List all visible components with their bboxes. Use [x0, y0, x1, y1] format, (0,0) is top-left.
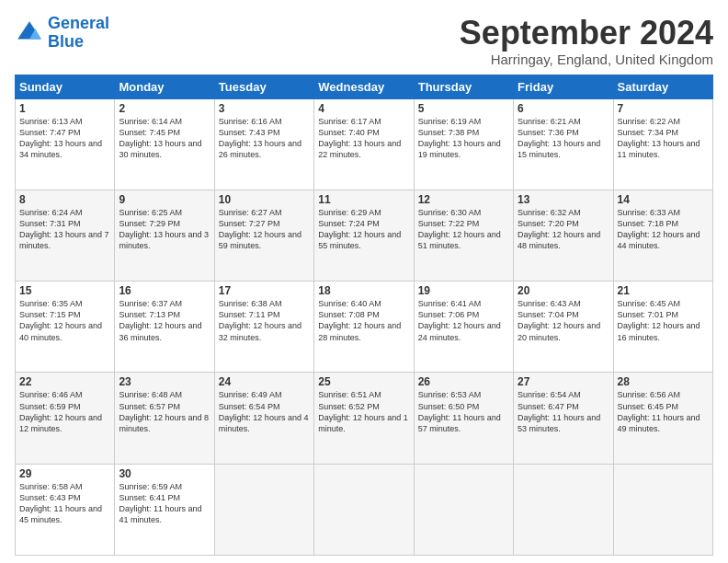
day-info: Sunrise: 6:38 AM Sunset: 7:11 PM Dayligh…: [219, 298, 310, 343]
day-number: 30: [119, 467, 210, 480]
day-number: 2: [119, 102, 210, 115]
day-number: 27: [518, 375, 609, 388]
table-row: 1Sunrise: 6:13 AM Sunset: 7:47 PM Daylig…: [16, 98, 115, 190]
header-saturday: Saturday: [613, 75, 712, 98]
table-row: 9Sunrise: 6:25 AM Sunset: 7:29 PM Daylig…: [115, 190, 214, 281]
day-number: 28: [618, 375, 709, 388]
table-row: 2Sunrise: 6:14 AM Sunset: 7:45 PM Daylig…: [115, 98, 214, 190]
day-info: Sunrise: 6:48 AM Sunset: 6:57 PM Dayligh…: [119, 389, 210, 434]
day-number: 29: [19, 467, 110, 480]
table-row: 19Sunrise: 6:41 AM Sunset: 7:06 PM Dayli…: [414, 282, 513, 373]
day-number: 20: [518, 284, 609, 297]
day-info: Sunrise: 6:58 AM Sunset: 6:43 PM Dayligh…: [19, 481, 110, 526]
day-info: Sunrise: 6:21 AM Sunset: 7:36 PM Dayligh…: [518, 116, 609, 161]
header-sunday: Sunday: [16, 75, 115, 98]
day-number: 24: [219, 375, 310, 388]
day-info: Sunrise: 6:56 AM Sunset: 6:45 PM Dayligh…: [618, 389, 709, 434]
table-row: 21Sunrise: 6:45 AM Sunset: 7:01 PM Dayli…: [613, 282, 712, 373]
calendar-week-row: 29Sunrise: 6:58 AM Sunset: 6:43 PM Dayli…: [16, 464, 713, 555]
header-thursday: Thursday: [414, 75, 513, 98]
day-info: Sunrise: 6:16 AM Sunset: 7:43 PM Dayligh…: [219, 116, 310, 161]
day-number: 13: [518, 193, 609, 206]
table-row: 26Sunrise: 6:53 AM Sunset: 6:50 PM Dayli…: [414, 373, 513, 464]
calendar: Sunday Monday Tuesday Wednesday Thursday…: [15, 75, 713, 556]
day-info: Sunrise: 6:13 AM Sunset: 7:47 PM Dayligh…: [19, 116, 110, 161]
table-row: 18Sunrise: 6:40 AM Sunset: 7:08 PM Dayli…: [314, 282, 414, 373]
logo-line1: General: [48, 14, 109, 32]
day-info: Sunrise: 6:46 AM Sunset: 6:59 PM Dayligh…: [19, 389, 110, 434]
header-wednesday: Wednesday: [314, 75, 414, 98]
table-row: 20Sunrise: 6:43 AM Sunset: 7:04 PM Dayli…: [514, 282, 613, 373]
table-row: 4Sunrise: 6:17 AM Sunset: 7:40 PM Daylig…: [314, 98, 414, 190]
table-row: 25Sunrise: 6:51 AM Sunset: 6:52 PM Dayli…: [314, 373, 414, 464]
day-info: Sunrise: 6:40 AM Sunset: 7:08 PM Dayligh…: [318, 298, 409, 343]
table-row: [613, 464, 712, 555]
day-number: 26: [418, 375, 509, 388]
day-info: Sunrise: 6:14 AM Sunset: 7:45 PM Dayligh…: [119, 116, 210, 161]
day-info: Sunrise: 6:49 AM Sunset: 6:54 PM Dayligh…: [219, 389, 310, 434]
table-row: 6Sunrise: 6:21 AM Sunset: 7:36 PM Daylig…: [514, 98, 613, 190]
page: General Blue September 2024 Harringay, E…: [0, 0, 728, 563]
day-number: 4: [318, 102, 409, 115]
day-number: 19: [418, 284, 509, 297]
day-number: 1: [19, 102, 110, 115]
table-row: 22Sunrise: 6:46 AM Sunset: 6:59 PM Dayli…: [16, 373, 115, 464]
day-number: 23: [119, 375, 210, 388]
month-title: September 2024: [460, 15, 713, 52]
logo-icon: [15, 18, 44, 48]
table-row: [514, 464, 613, 555]
day-info: Sunrise: 6:51 AM Sunset: 6:52 PM Dayligh…: [318, 389, 409, 434]
table-row: 15Sunrise: 6:35 AM Sunset: 7:15 PM Dayli…: [16, 282, 115, 373]
table-row: 10Sunrise: 6:27 AM Sunset: 7:27 PM Dayli…: [214, 190, 313, 281]
day-info: Sunrise: 6:43 AM Sunset: 7:04 PM Dayligh…: [518, 298, 609, 343]
day-number: 18: [318, 284, 409, 297]
table-row: 28Sunrise: 6:56 AM Sunset: 6:45 PM Dayli…: [613, 373, 712, 464]
day-number: 21: [618, 284, 709, 297]
day-number: 9: [119, 193, 210, 206]
table-row: 3Sunrise: 6:16 AM Sunset: 7:43 PM Daylig…: [214, 98, 313, 190]
day-info: Sunrise: 6:17 AM Sunset: 7:40 PM Dayligh…: [318, 116, 409, 161]
calendar-header-row: Sunday Monday Tuesday Wednesday Thursday…: [16, 75, 713, 98]
day-number: 3: [219, 102, 310, 115]
table-row: 17Sunrise: 6:38 AM Sunset: 7:11 PM Dayli…: [214, 282, 313, 373]
day-info: Sunrise: 6:30 AM Sunset: 7:22 PM Dayligh…: [418, 207, 509, 252]
header-tuesday: Tuesday: [214, 75, 313, 98]
header-friday: Friday: [514, 75, 613, 98]
table-row: [214, 464, 313, 555]
location: Harringay, England, United Kingdom: [460, 52, 713, 67]
day-number: 6: [518, 102, 609, 115]
day-number: 16: [119, 284, 210, 297]
day-info: Sunrise: 6:24 AM Sunset: 7:31 PM Dayligh…: [19, 207, 110, 252]
day-number: 22: [19, 375, 110, 388]
calendar-week-row: 1Sunrise: 6:13 AM Sunset: 7:47 PM Daylig…: [16, 98, 713, 190]
calendar-week-row: 22Sunrise: 6:46 AM Sunset: 6:59 PM Dayli…: [16, 373, 713, 464]
day-info: Sunrise: 6:25 AM Sunset: 7:29 PM Dayligh…: [119, 207, 210, 252]
table-row: 12Sunrise: 6:30 AM Sunset: 7:22 PM Dayli…: [414, 190, 513, 281]
table-row: 30Sunrise: 6:59 AM Sunset: 6:41 PM Dayli…: [115, 464, 214, 555]
header: General Blue September 2024 Harringay, E…: [15, 15, 713, 67]
day-number: 10: [219, 193, 310, 206]
logo-text: General Blue: [48, 15, 109, 52]
table-row: 13Sunrise: 6:32 AM Sunset: 7:20 PM Dayli…: [514, 190, 613, 281]
calendar-week-row: 8Sunrise: 6:24 AM Sunset: 7:31 PM Daylig…: [16, 190, 713, 281]
day-number: 11: [318, 193, 409, 206]
day-number: 8: [19, 193, 110, 206]
logo: General Blue: [15, 15, 109, 52]
table-row: 29Sunrise: 6:58 AM Sunset: 6:43 PM Dayli…: [16, 464, 115, 555]
day-info: Sunrise: 6:27 AM Sunset: 7:27 PM Dayligh…: [219, 207, 310, 252]
day-info: Sunrise: 6:59 AM Sunset: 6:41 PM Dayligh…: [119, 481, 210, 526]
table-row: [414, 464, 513, 555]
title-block: September 2024 Harringay, England, Unite…: [460, 15, 713, 67]
day-number: 12: [418, 193, 509, 206]
day-number: 25: [318, 375, 409, 388]
day-number: 14: [618, 193, 709, 206]
table-row: 27Sunrise: 6:54 AM Sunset: 6:47 PM Dayli…: [514, 373, 613, 464]
day-number: 5: [418, 102, 509, 115]
day-info: Sunrise: 6:32 AM Sunset: 7:20 PM Dayligh…: [518, 207, 609, 252]
table-row: 24Sunrise: 6:49 AM Sunset: 6:54 PM Dayli…: [214, 373, 313, 464]
day-info: Sunrise: 6:45 AM Sunset: 7:01 PM Dayligh…: [618, 298, 709, 343]
day-info: Sunrise: 6:22 AM Sunset: 7:34 PM Dayligh…: [618, 116, 709, 161]
day-number: 17: [219, 284, 310, 297]
day-info: Sunrise: 6:53 AM Sunset: 6:50 PM Dayligh…: [418, 389, 509, 434]
day-info: Sunrise: 6:37 AM Sunset: 7:13 PM Dayligh…: [119, 298, 210, 343]
